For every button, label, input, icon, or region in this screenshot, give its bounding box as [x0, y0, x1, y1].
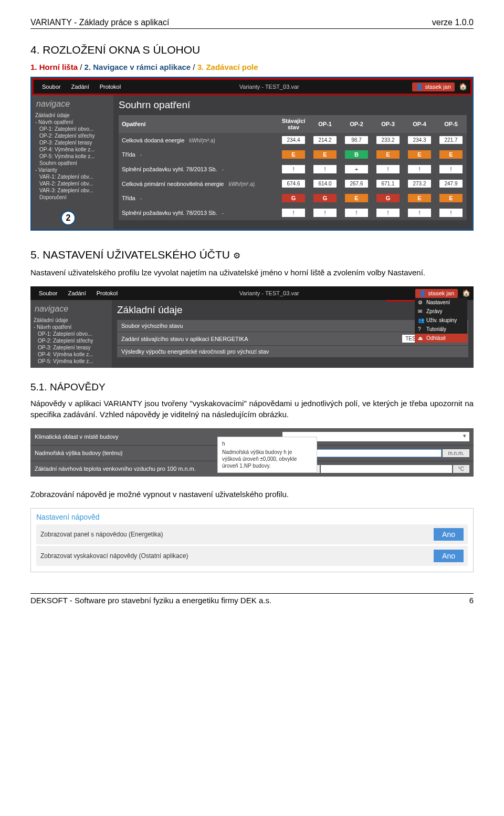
dd-nastaveni[interactable]: ⚙Nastavení [415, 298, 467, 307]
row-label: Celková primární neobnovitelná energie k… [119, 177, 278, 191]
cell: 247.9 [435, 177, 467, 191]
cell: G [372, 191, 404, 205]
screenshot-4: Nastavení nápověd Zobrazovat panel s náp… [30, 508, 474, 572]
col-header: OP-5 [435, 115, 467, 133]
col-header: OP-4 [404, 115, 435, 133]
cell: ! [372, 162, 404, 177]
sidebar-item[interactable]: Základní údaje [34, 317, 109, 324]
cell: E [404, 147, 435, 162]
sidebar-item[interactable]: OP-5: Výměna kotle z... [34, 358, 109, 365]
sidebar-item[interactable]: OP-2: Zateplení střechy [34, 337, 109, 344]
screenshot-1: 1 3 Soubor Zadání Protokol Varianty - TE… [30, 77, 474, 231]
toggle-energetika[interactable]: Ano [434, 528, 464, 541]
header-left: VARIANTY - Základy práce s aplikací [30, 18, 169, 27]
sidebar-item[interactable]: - Návrh opatření [35, 119, 110, 126]
row-ostatni: Zobrazovat vyskakovací nápovědy (Ostatní… [36, 546, 468, 566]
cell: B [341, 147, 372, 162]
unit-c: °C [453, 465, 469, 473]
cell: 267.6 [341, 177, 372, 191]
menu-zadani[interactable]: Zadání [66, 82, 94, 91]
sidebar-item[interactable]: Doporučení [35, 194, 110, 201]
summary-table: OpatřeníStávající stavOP-1OP-2OP-3OP-4OP… [119, 115, 467, 220]
cell: E [372, 147, 404, 162]
row-label: Celková dodaná energie kWh/(m².a) [119, 133, 278, 147]
cell: ! [435, 162, 467, 177]
main-panel: Souhrn opatření OpatřeníStávající stavOP… [113, 95, 472, 229]
footer-left: DEKSOFT - Software pro stavební fyziku a… [30, 596, 271, 605]
sidebar-item[interactable]: OP-5: Výměna kotle z... [35, 153, 110, 160]
sidebar-item[interactable]: OP-1: Zateplení obvo... [35, 126, 110, 132]
row-label: Třída - [119, 191, 278, 205]
sidebar-item[interactable]: VAR-1: Zateplení obv... [35, 173, 110, 180]
cell: + [341, 162, 372, 177]
cell: G [278, 191, 309, 205]
input-theta[interactable] [321, 465, 452, 473]
home-icon[interactable]: 🏠 [459, 82, 467, 91]
top-bar: Soubor Zadání Protokol Varianty - TEST_0… [32, 78, 472, 95]
cell: ! [309, 205, 341, 220]
section-4-title: 4. ROZLOŽENÍ OKNA S ÚLOHOU [30, 44, 474, 56]
dd-odhlasit[interactable]: ⏏Odhlásit [415, 334, 467, 343]
nav-title: navigace [35, 98, 110, 112]
sidebar-item[interactable]: VAR-2: Zateplení obv... [35, 180, 110, 187]
row-label: Splnění požadavku vyhl. 78/2013 Sb. - [119, 205, 278, 220]
dd-skupiny[interactable]: 👥Uživ. skupiny [415, 316, 467, 325]
filename: Varianty - TEST_03.var [126, 84, 412, 90]
col-header: OP-3 [372, 115, 404, 133]
gear-icon: ⚙ [233, 251, 240, 260]
sidebar-item[interactable]: OP-3: Zateplení terasy [34, 344, 109, 351]
menu-protokol[interactable]: Protokol [94, 82, 126, 91]
input-h[interactable] [308, 449, 442, 457]
row-label: Splnění požadavku vyhl. 78/2013 Sb. - [119, 162, 278, 177]
cell: E [278, 147, 309, 162]
cell: ! [309, 162, 341, 177]
cell: E [435, 191, 467, 205]
col-header: Stávající stav [278, 115, 309, 133]
sidebar-item[interactable]: - Návrh opatření [34, 324, 109, 330]
user-button[interactable]: 👤 stasek jan [415, 289, 458, 298]
home-icon[interactable]: 🏠 [462, 289, 470, 298]
sidebar-item[interactable]: - Varianty [35, 167, 110, 173]
settings-title: Nastavení nápověd [36, 513, 468, 521]
col-header: OP-1 [309, 115, 341, 133]
cell: 273.2 [404, 177, 435, 191]
dd-zpravy[interactable]: ✉Zprávy [415, 307, 467, 316]
sidebar-item[interactable]: Souhrn opatření [35, 160, 110, 167]
unit-mnm: m.n.m. [443, 449, 469, 457]
cell: ! [278, 205, 309, 220]
menu-protokol[interactable]: Protokol [91, 288, 123, 298]
dd-tutorialy[interactable]: ?Tutoriály [415, 325, 467, 334]
cell: E [404, 191, 435, 205]
cell: 221.7 [435, 133, 467, 147]
cell: ! [404, 205, 435, 220]
cell: 234.4 [278, 133, 309, 147]
badge-2: 2 [60, 210, 76, 226]
user-dropdown: ⚙Nastavení ✉Zprávy 👥Uživ. skupiny ?Tutor… [415, 298, 467, 343]
toggle-ostatni[interactable]: Ano [434, 550, 464, 562]
cell: E [309, 147, 341, 162]
menu-soubor[interactable]: Soubor [37, 82, 66, 91]
cell: 234.3 [404, 133, 435, 147]
sidebar-item[interactable]: OP-4: Výměna kotle z... [35, 146, 110, 153]
footer-page: 6 [469, 596, 474, 605]
cell: ! [435, 205, 467, 220]
sidebar-item[interactable]: OP-2: Zateplení střechy [35, 132, 110, 139]
user-button[interactable]: 👤 stasek jan [412, 82, 455, 91]
sidebar-item[interactable]: OP-1: Zateplení obvo... [34, 330, 109, 337]
section-5-text: Nastavení uživatelského profilu lze vyvo… [30, 267, 474, 278]
sidebar-item[interactable]: Základní údaje [35, 112, 110, 119]
sidebar-item[interactable]: VAR-3: Zateplení obv... [35, 187, 110, 194]
tooltip: h Nadmořská výška budovy h je výšková úr… [217, 437, 317, 473]
sidebar-item[interactable]: OP-4: Výměna kotle z... [34, 351, 109, 358]
header-rule [30, 28, 474, 29]
cell: E [341, 191, 372, 205]
cell: 614.0 [309, 177, 341, 191]
col-header: Opatření [119, 115, 278, 133]
menu-zadani[interactable]: Zadání [62, 288, 91, 298]
cell: ! [372, 205, 404, 220]
cell: 98.7 [341, 133, 372, 147]
menu-soubor[interactable]: Soubor [34, 288, 62, 298]
cell: E [435, 147, 467, 162]
section-5-1-text2: Zobrazování nápověd je možné vypnout v n… [30, 489, 474, 500]
sidebar-item[interactable]: OP-3: Zateplení terasy [35, 139, 110, 146]
